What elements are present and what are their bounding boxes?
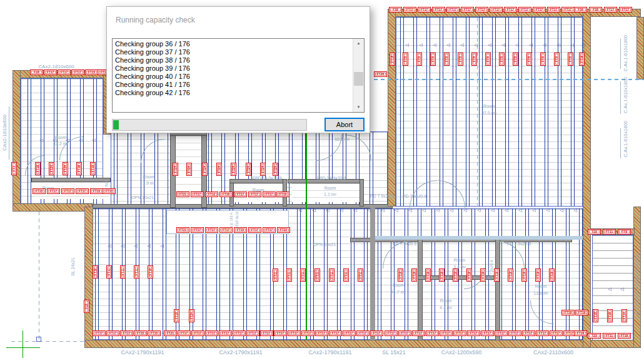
plan-label: 37.0 m² [481, 111, 496, 115]
frame-tag: FT19 [466, 268, 472, 282]
frame-tag: FT24 [231, 163, 236, 176]
frame-tag: FT17 [522, 330, 535, 336]
frame-tag: FT15 [148, 330, 161, 336]
joist-marker-icon: ◁ [528, 43, 533, 48]
frame-tag: FT17 [446, 7, 460, 13]
frame-tag: FT19 [575, 310, 588, 315]
plan-label: Room [55, 135, 67, 140]
frame-tag: FT8 [499, 53, 505, 66]
frame-tag: FT22 [277, 227, 290, 233]
frame-tag: FT24 [260, 163, 266, 176]
plan-line [620, 128, 621, 158]
frame-tag: FT11 [343, 268, 349, 282]
frame-tag: FT11 [300, 268, 306, 282]
joist-marker-icon: ◁ [449, 208, 454, 213]
frame-tag: FT19 [521, 268, 527, 282]
plan-line [374, 236, 583, 240]
plan-label: C.Ax.1-610x1800 [623, 35, 628, 71]
frame-tag: FT17 [260, 330, 273, 336]
wall [388, 9, 396, 207]
frame-tag: FT11 [286, 268, 292, 282]
plan-label: Room [483, 104, 495, 108]
joist-marker-icon: ◁ [421, 208, 426, 213]
joist-marker-icon: ◁ [133, 243, 138, 248]
frame-tag: FT12 [205, 192, 218, 197]
frame-tag: FT8 [554, 53, 560, 66]
frame-tag: FT19 [411, 268, 417, 282]
frame-tag: FT10 [148, 265, 153, 279]
wall [636, 17, 644, 79]
plan-label: C.Ax.1-610x1800 [623, 77, 628, 113]
frame-tag: FT17 [205, 227, 218, 233]
joist-marker-icon: ◁ [463, 208, 468, 213]
frame-tag: FT17 [495, 330, 508, 336]
plan-label: FD 7.9x20.9 [393, 242, 416, 246]
log-listbox[interactable]: Checking group 36 / 176Checking group 37… [112, 38, 365, 113]
scrollbar[interactable]: ▲ ▼ [353, 39, 364, 112]
frame-tag: FT17 [61, 188, 74, 194]
scroll-up-icon[interactable]: ▲ [353, 39, 364, 48]
abort-button[interactable]: Abort [325, 118, 365, 131]
frame-tag: FT17 [315, 330, 328, 336]
frame-tag: FT19 [480, 268, 486, 282]
frame-tag: F18 [589, 7, 602, 13]
joist-marker-icon: ◁ [366, 208, 371, 213]
frame-tag: FT21 [176, 227, 189, 233]
joist-marker-icon: ◁ [311, 208, 316, 213]
plan-line [6, 347, 40, 348]
scrollbar-thumb[interactable] [354, 72, 363, 86]
joist-marker-icon: ◁ [380, 208, 385, 213]
frame-tag: FT11 [603, 333, 616, 339]
frame-tag: FT19 [561, 310, 575, 315]
frame-tag: FT17 [58, 69, 71, 75]
frame-tag: FT8 [444, 53, 450, 66]
joist-marker-icon: ◁ [607, 287, 612, 292]
plan-label: SL 24x21 [71, 257, 75, 275]
frame-tag: FT24 [246, 163, 251, 176]
joist-marker-icon: ◁ [432, 43, 437, 48]
frame-tag: FT8 [430, 53, 436, 66]
joist-marker-icon: ◁ [490, 208, 495, 213]
frame-tag: FT19 [398, 268, 403, 282]
frame-tag: F16 [574, 7, 587, 13]
frame-tag: FT17 [490, 7, 503, 13]
frame-tag: FT17 [47, 188, 60, 194]
interior-wall [418, 238, 423, 342]
frame-tag: FT17 [403, 7, 416, 13]
plan-line [374, 79, 644, 80]
frame-tag: FT15 [33, 188, 46, 194]
plan-line [9, 106, 9, 160]
scroll-down-icon[interactable]: ▼ [353, 103, 364, 112]
plan-label: CAx2-2110x600 [533, 350, 573, 355]
frame-tag: FT17 [178, 330, 191, 336]
frame-tag: FT24 [202, 163, 208, 176]
frame-tag: FT19 [535, 268, 541, 282]
progress-fill [113, 120, 119, 130]
frame-tag: FT17 [329, 330, 342, 336]
frame-tag: FT11 [329, 268, 335, 282]
frame-tag: FT17 [467, 330, 480, 336]
frame-tag: FT17 [263, 192, 276, 197]
frame-tag: FT19 [439, 268, 445, 282]
frame-tag: FT15 [134, 330, 147, 336]
joist-marker-icon: ◁ [120, 243, 125, 248]
frame-tag: FT24 [273, 163, 278, 176]
plan-label: CAx2-1790x1191 [121, 350, 164, 355]
frame-tag: FT17 [426, 330, 439, 336]
plan-label: CAx2-1810x600 [3, 115, 8, 150]
joist-marker-icon: ◁ [515, 43, 520, 48]
frame-tag: T23 [588, 333, 601, 339]
frame-tag: FT21 [176, 192, 189, 197]
joist-line [431, 208, 435, 340]
frame-tag: FT17 [475, 7, 488, 13]
plan-label: 3.9 m² [143, 181, 155, 185]
plan-label: FBD 14.0x20.9 [253, 176, 282, 180]
plan-line [39, 212, 39, 342]
frame-tag: FT11 [134, 265, 139, 279]
plan-label: SL 15x21 [382, 350, 406, 355]
plan-label: CAx2-1200x590 [441, 350, 482, 355]
frame-tag: FT17 [233, 330, 246, 336]
plan-label: 1.1 m² [324, 192, 336, 197]
frame-tag: FT8 [485, 53, 491, 66]
plan-line [23, 330, 23, 358]
